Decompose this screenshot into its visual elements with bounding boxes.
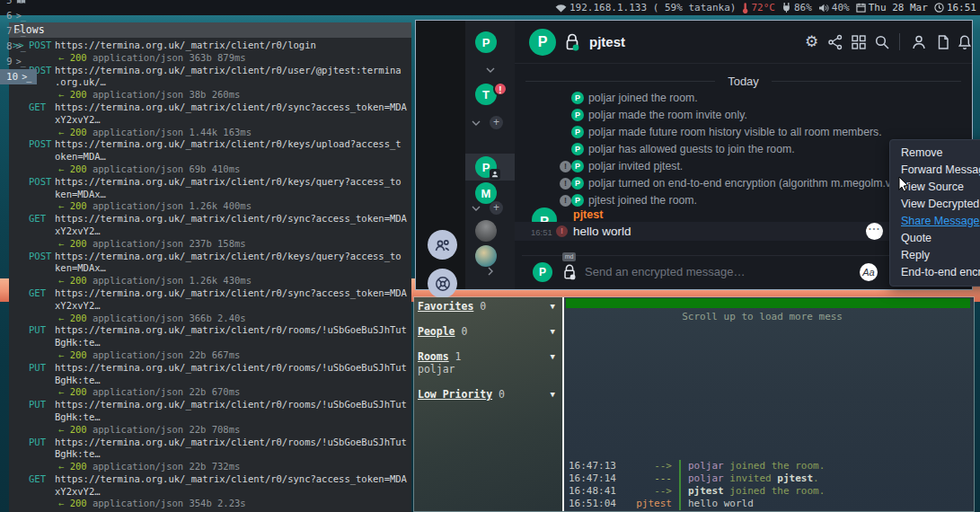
collapse-arrow-icon[interactable]: ▼: [551, 350, 555, 363]
chat-message: poljar joined the room.: [679, 460, 825, 472]
terminal-icon: >_: [16, 26, 25, 36]
request-url-continuation: ken=MDAx…: [9, 189, 411, 201]
menu-item-reply[interactable]: Reply: [890, 247, 980, 264]
http-method: PUT: [29, 324, 46, 337]
flow-row[interactable]: POSThttps://termina.org.uk/_matrix/clien…: [9, 251, 411, 287]
collapse-arrow-icon[interactable]: ▼: [551, 300, 555, 313]
flow-row[interactable]: GEThttps://termina.org.uk/_matrix/client…: [9, 473, 411, 510]
chevron-down-icon[interactable]: [472, 206, 481, 211]
network-status: 192.168.1.133 ( 59% tatanka): [555, 2, 736, 13]
sidebar-section-favorites[interactable]: Favorites 0 ▼: [418, 300, 559, 313]
text-format-button[interactable]: Aa: [860, 263, 878, 281]
community-button[interactable]: [428, 230, 457, 260]
response-line: ← 200 application/json 1.26k 400ms: [9, 200, 411, 213]
power-plug-icon: [781, 3, 791, 13]
workspace-6[interactable]: 6>_: [0, 8, 37, 23]
flow-row[interactable]: GEThttps://termina.org.uk/_matrix/client…: [9, 102, 411, 138]
chat-timestamp: 16:48:41: [564, 485, 632, 498]
sidebar-section-rooms[interactable]: Rooms 1 ▼: [418, 350, 559, 363]
chat-line: 16:48:41-->pjtest joined the room.: [564, 485, 974, 498]
member-icon[interactable]: [911, 34, 927, 50]
flow-row[interactable]: POSThttps://termina.org.uk/_matrix/clien…: [9, 138, 411, 175]
menu-item-end-to-end-encryption[interactable]: End-to-end encryption: [890, 264, 980, 281]
message-options-button[interactable]: ···: [866, 223, 883, 240]
request-url: https://termina.org.uk/_matrix/client/r0…: [55, 399, 407, 410]
workspace-8[interactable]: 8>_: [0, 39, 37, 54]
network-label: 192.168.1.133 ( 59% tatanka): [569, 2, 736, 13]
timeline-event[interactable]: Ppoljar joined the room.: [515, 90, 972, 107]
collapse-arrow-icon[interactable]: ▼: [551, 388, 555, 401]
file-icon[interactable]: [935, 34, 951, 50]
workspace-7[interactable]: 7>_: [0, 23, 37, 39]
http-method: GET: [29, 473, 46, 486]
timeline-event[interactable]: Ppoljar made the room invite only.: [515, 107, 972, 124]
notifications-icon[interactable]: [957, 34, 973, 50]
response-line: ← 200 application/json 237b 158ms: [9, 238, 411, 251]
lock-icon: [563, 32, 581, 52]
sidebar-section-people[interactable]: People 0 ▼: [418, 325, 559, 338]
menu-item-share-message[interactable]: Share Message: [890, 213, 980, 230]
request-url-continuation: xY2xvY2…: [9, 300, 411, 313]
battery-status: 86%: [781, 2, 812, 13]
workspace-5[interactable]: 5: [0, 0, 37, 8]
request-url-continuation: .org.uk/…: [9, 76, 411, 89]
menu-item-quote[interactable]: Quote: [890, 230, 980, 247]
flow-row[interactable]: POSThttps://termina.org.uk/_matrix/clien…: [9, 176, 411, 213]
request-url: https://termina.org.uk/_matrix/client/r0…: [55, 251, 402, 261]
workspace-list: 123456>_7>_8>_9>_10>_: [0, 0, 37, 84]
share-icon[interactable]: [827, 34, 843, 50]
search-icon[interactable]: [874, 34, 890, 50]
flow-row[interactable]: PUThttps://termina.org.uk/_matrix/client…: [9, 437, 411, 473]
weechat-window: Favorites 0 ▼ People 0 ▼ Rooms 1 ▼ polja…: [413, 296, 975, 512]
settings-icon[interactable]: ⚙: [805, 34, 821, 50]
request-url: https://termina.org.uk/_matrix/client/r0…: [55, 437, 407, 447]
menu-item-remove[interactable]: Remove: [890, 145, 980, 162]
sidebar-section-low-priority[interactable]: Low Priority 0 ▼: [418, 388, 559, 401]
temperature-status: 72°C: [742, 2, 775, 13]
event-text: poljar made the room invite only.: [588, 109, 747, 121]
room-avatar-photo[interactable]: [475, 220, 497, 242]
flow-row[interactable]: POSThttps://termina.org.uk/_matrix/clien…: [9, 65, 411, 102]
message-context-menu: RemoveForward MessageView SourceView Dec…: [889, 139, 980, 287]
chevron-down-icon[interactable]: [486, 67, 495, 73]
collapse-arrow-icon[interactable]: ▼: [551, 325, 555, 338]
add-room-button[interactable]: +: [490, 201, 503, 215]
chevron-down-icon[interactable]: [472, 120, 481, 126]
chat-log: 16:47:13-->poljar joined the room.16:47:…: [564, 460, 974, 510]
apps-icon[interactable]: [851, 34, 867, 50]
http-method: PUT: [29, 362, 46, 375]
event-text: poljar joined the room.: [588, 92, 698, 104]
room-avatar-planet[interactable]: [475, 245, 497, 267]
scroll-notice: Scroll up to load more mess: [564, 311, 843, 322]
http-method: PUT: [29, 399, 46, 411]
event-avatar: P: [571, 160, 584, 172]
room-name: pjtest: [589, 34, 625, 49]
workspace-10[interactable]: 10>_: [0, 69, 37, 84]
room-header: P pjtest ⚙: [515, 21, 972, 64]
menu-item-view-decrypted-source[interactable]: View Decrypted Source: [890, 196, 980, 213]
flow-row[interactable]: GEThttps://termina.org.uk/_matrix/client…: [9, 213, 411, 250]
flow-row[interactable]: GEThttps://termina.org.uk/_matrix/client…: [9, 287, 411, 324]
add-room-button[interactable]: +: [490, 116, 503, 129]
request-url: https://termina.org.uk/_matrix/client/r0…: [55, 213, 407, 224]
chat-message: poljar invited pjtest.: [679, 472, 819, 485]
selected-room-row[interactable]: P: [465, 154, 515, 181]
response-line: ← 200 application/json 38b 260ms: [9, 89, 411, 102]
sidebar-room-item[interactable]: poljar: [418, 363, 559, 375]
user-avatar[interactable]: P: [475, 31, 497, 53]
person-icon: [491, 171, 499, 178]
flow-row[interactable]: PUThttps://termina.org.uk/_matrix/client…: [9, 324, 411, 361]
chat-timestamp: 16:47:13: [564, 460, 632, 472]
workspace-9[interactable]: 9>_: [0, 54, 37, 69]
status-area: 192.168.1.133 ( 59% tatanka) 72°C 86% 40…: [555, 2, 980, 13]
composer-placeholder[interactable]: Send an encrypted message…: [585, 265, 746, 278]
explore-button[interactable]: [428, 269, 457, 298]
flow-row[interactable]: PUThttps://termina.org.uk/_matrix/client…: [9, 399, 411, 436]
room-avatar[interactable]: P: [529, 29, 556, 56]
flow-row[interactable]: PUThttps://termina.org.uk/_matrix/client…: [9, 362, 411, 399]
chevron-right-icon[interactable]: [488, 267, 493, 276]
flow-row[interactable]: >>POSThttps://termina.org.uk/_matrix/cli…: [9, 40, 411, 65]
flow-list: >>POSThttps://termina.org.uk/_matrix/cli…: [9, 38, 411, 510]
tag-panel: [416, 21, 465, 289]
clock-status: 16:51: [934, 2, 976, 13]
